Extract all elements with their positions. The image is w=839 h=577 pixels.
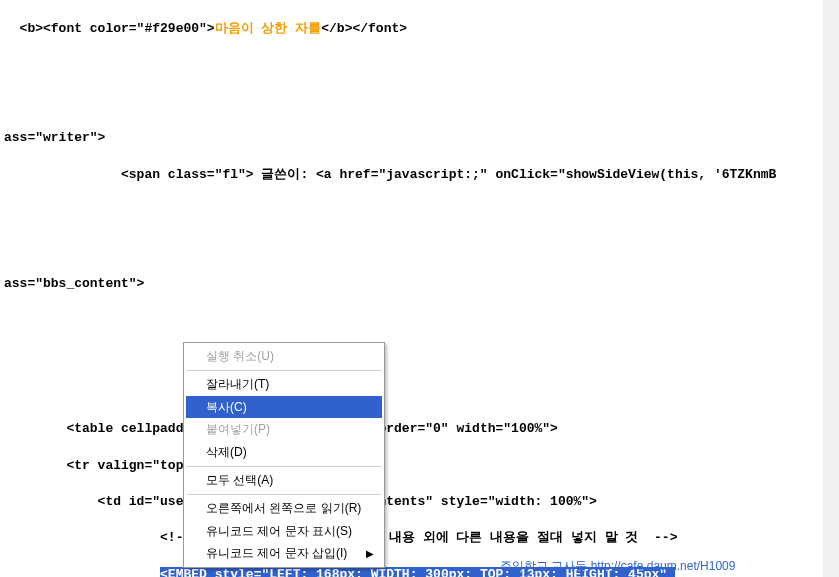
menu-delete[interactable]: 삭제(D): [186, 441, 382, 464]
code-line: <td id="user_contents" name="user_conten…: [4, 493, 835, 511]
menu-separator: [187, 466, 381, 467]
code-line: <table cellpadding="0" cellspacing="0" b…: [4, 420, 835, 438]
menu-select-all[interactable]: 모두 선택(A): [186, 469, 382, 492]
menu-show-control-chars[interactable]: 유니코드 제어 문자 표시(S): [186, 520, 382, 543]
menu-undo[interactable]: 실행 취소(U): [186, 345, 382, 368]
code-line: <tr valign="top">: [4, 457, 835, 475]
menu-cut[interactable]: 잘라내기(T): [186, 373, 382, 396]
submenu-arrow-icon: ▶: [366, 547, 374, 561]
menu-separator: [187, 370, 381, 371]
code-editor[interactable]: <b><font color="#f29e00">마음이 상한 자를</b></…: [0, 0, 839, 577]
context-menu: 실행 취소(U) 잘라내기(T) 복사(C) 붙여넣기(P) 삭제(D) 모두 …: [183, 342, 385, 568]
menu-insert-control-chars[interactable]: 유니코드 제어 문자 삽입(I) ▶: [186, 542, 382, 565]
menu-rtl[interactable]: 오른쪽에서 왼쪽으로 읽기(R): [186, 497, 382, 520]
code-line: <span class="fl"> 글쓴이: <a href="javascri…: [4, 166, 835, 184]
footer-link[interactable]: 주일학교 교사들 http://cafe.daum.net/H1009: [500, 558, 735, 575]
code-line: ass="bbs_content">: [4, 275, 835, 293]
menu-paste[interactable]: 붙여넣기(P): [186, 418, 382, 441]
code-line: ass="writer">: [4, 129, 835, 147]
code-line: <!-- clix_content 이 안에 본문 내용 외에 다른 내용을 절…: [4, 529, 835, 547]
code-line: <b><font color="#f29e00">마음이 상한 자를</b></…: [4, 20, 835, 38]
vertical-scrollbar[interactable]: [823, 0, 839, 577]
menu-copy[interactable]: 복사(C): [186, 396, 382, 419]
menu-separator: [187, 494, 381, 495]
